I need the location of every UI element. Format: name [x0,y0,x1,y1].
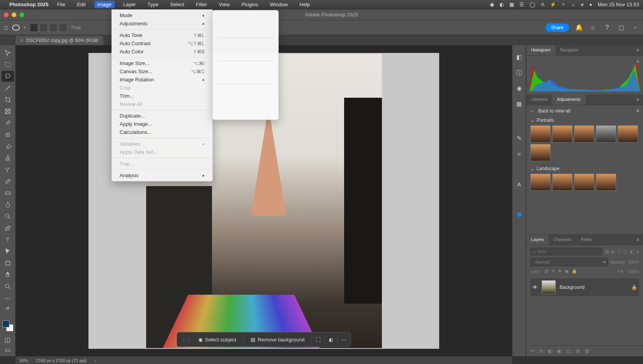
remove-background-button[interactable]: ▨ Remove background [247,335,307,344]
context-bar-grip-icon[interactable]: ⋮⋮ [181,337,191,343]
layer-item-background[interactable]: 👁 Background 🔒 [530,278,640,297]
control-center-icon[interactable]: ⎈ [581,2,584,7]
layers-panel-menu-icon[interactable]: ≡ [632,235,643,245]
group-icon[interactable]: 🗀 [566,348,571,354]
layer-name[interactable]: Background [560,285,627,290]
menu-item-auto-contrast[interactable]: Auto Contrast⌥⇧⌘L [112,39,212,47]
preset-thumb[interactable] [618,125,638,142]
tab-adjustments[interactable]: Adjustments [552,95,585,105]
maximize-window-button[interactable] [19,12,24,17]
status-icon-1[interactable]: ◐ [500,2,504,7]
layer-visibility-icon[interactable]: 👁 [532,284,538,290]
back-to-view-all-button[interactable]: Back to view all [538,108,571,114]
new-layer-icon[interactable]: ⊞ [576,348,580,354]
history-brush-icon[interactable] [2,164,14,175]
menu-window[interactable]: Window [267,1,291,8]
user-icon[interactable]: ◯ [530,2,535,7]
menu-edit[interactable]: Edit [74,1,88,8]
menu-view[interactable]: View [216,1,233,8]
tool-preset-icon[interactable] [12,25,20,31]
wifi-icon[interactable]: ᯤ [562,2,567,7]
opacity-value[interactable]: 100% [628,260,639,264]
menu-item-canvas-size-[interactable]: Canvas Size...⌥⌘C [112,67,212,76]
lock-position-icon[interactable]: ✥ [558,269,562,274]
tab-histogram[interactable]: Histogram [526,45,555,55]
context-transform-icon[interactable]: ⛶ [316,337,321,343]
context-more-icon[interactable]: ⋯ [341,337,346,343]
brush-tool-icon[interactable] [2,141,14,152]
marquee-tool-icon[interactable] [2,59,14,70]
lock-transparency-icon[interactable]: ▨ [544,269,548,274]
menu-item-image-size-[interactable]: Image Size...⌥⌘I [112,59,212,67]
lock-all-icon[interactable]: 🔒 [572,269,577,274]
foreground-color[interactable] [2,320,9,327]
spotlight-icon[interactable]: ⌕ [572,2,575,7]
dodge-tool-icon[interactable] [2,211,14,222]
selection-subtract-icon[interactable] [49,23,58,32]
plugin-panel-icon[interactable]: ⬢ [515,210,523,219]
layer-locked-icon[interactable]: 🔒 [631,285,637,290]
menu-layer[interactable]: Layer [120,1,139,8]
mask-icon[interactable]: ◐ [548,348,552,354]
fill-value[interactable]: 100% [628,269,639,274]
selection-add-icon[interactable] [39,23,48,32]
share-button[interactable]: Share [546,23,569,32]
menu-item-apply-image-[interactable]: Apply Image... [112,120,212,128]
fx-icon[interactable]: fx [539,348,543,354]
hand-tool-icon[interactable] [2,269,14,280]
frame-tool-icon[interactable] [2,106,14,117]
preset-thumb[interactable] [596,174,616,191]
back-arrow-icon[interactable]: ← [530,108,535,114]
selection-intersect-icon[interactable] [59,23,67,32]
menu-file[interactable]: File [54,1,68,8]
cc-icon[interactable]: ◉ [490,2,494,7]
layer-filter-input[interactable] [537,249,553,254]
brushes-panel-icon[interactable]: ✎ [515,134,523,142]
preset-thumb[interactable] [574,174,594,191]
lasso-tool-icon[interactable] [2,71,14,82]
status-icon-3[interactable]: ☰ [519,2,524,7]
wand-tool-icon[interactable] [2,83,14,93]
tab-layers[interactable]: Layers [526,235,549,245]
app-name[interactable]: Photoshop 2025 [9,2,48,7]
menu-help[interactable]: Help [297,1,313,8]
search-icon[interactable]: ⌕ [589,24,597,32]
menu-type[interactable]: Type [144,1,161,8]
preset-thumb[interactable] [596,125,616,142]
color-swatch[interactable] [2,320,13,331]
preset-thumb[interactable] [552,125,572,142]
filter-smart-icon[interactable]: ◧ [630,249,634,254]
document-dimensions[interactable]: 2160 px x 2700 px (72 ppi) [36,358,87,363]
menu-plugins[interactable]: Plugins [238,1,261,8]
menu-item-analysis[interactable]: Analysis [112,171,212,179]
tab-channels[interactable]: Channels [549,235,576,245]
gradient-tool-icon[interactable] [2,188,14,199]
move-tool-icon[interactable] [2,47,14,58]
preset-section-landscape[interactable]: ⌄ Landscape [530,166,639,171]
quick-mask-icon[interactable]: ◫ [2,335,14,344]
lock-artboard-icon[interactable]: ▣ [565,269,569,274]
histogram-panel-menu-icon[interactable]: ≡ [632,45,643,55]
menu-item-trim-[interactable]: Trim... [112,92,212,100]
view-list-icon[interactable]: ≡ [636,108,639,114]
layer-thumbnail[interactable] [542,280,556,294]
blur-tool-icon[interactable] [2,199,14,210]
menu-item-duplicate-[interactable]: Duplicate... [112,112,212,120]
status-icon-2[interactable]: ▦ [509,2,514,7]
pen-tool-icon[interactable] [2,223,14,234]
preset-thumb[interactable] [552,174,572,191]
minimize-window-button[interactable] [12,12,16,17]
type-tool-icon[interactable] [2,234,14,245]
menu-item-mode[interactable]: Mode [112,11,212,19]
document-tab[interactable]: × DSCF8352 copy.jpg @ 50% (RGB/ [16,36,103,45]
siri-icon[interactable]: ● [589,2,592,7]
tab-navigator[interactable]: Navigator [555,45,583,55]
menu-item-image-rotation[interactable]: Image Rotation [112,76,212,84]
eyedropper-tool-icon[interactable] [2,118,14,128]
preset-thumb[interactable] [530,174,551,191]
status-chevron-icon[interactable]: › [94,358,96,363]
menu-item-adjustments[interactable]: Adjustments [112,19,212,28]
more-tools-icon[interactable]: ⋯ [2,293,14,304]
filter-toggle-icon[interactable]: ● [636,249,639,254]
lock-pixels-icon[interactable]: ✎ [551,269,555,274]
